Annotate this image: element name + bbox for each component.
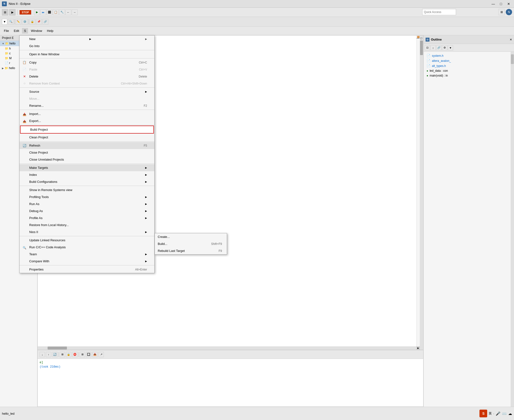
ctx-item-move[interactable]: Move... [20, 95, 154, 102]
ctx-item-run-as[interactable]: Run As ▶ [20, 201, 154, 208]
editor-maximize[interactable]: □ [421, 37, 422, 40]
ctx-item-build-project[interactable]: Build Project [20, 126, 154, 134]
outline-close-icon[interactable]: ✕ [510, 38, 512, 41]
submenu-item-rebuild[interactable]: Rebuild Last Target F9 [155, 247, 227, 254]
profile-icon[interactable]: N [506, 9, 512, 15]
ctx-item-make-targets[interactable]: Make Targets ▶ [20, 164, 154, 171]
status-dot-icon: · [493, 412, 494, 415]
ctx-item-debug-as[interactable]: Debug As ▶ [20, 208, 154, 214]
ctx-item-openwindow[interactable]: Open in New Window [20, 51, 154, 58]
ctx-item-compare-with[interactable]: Compare With ▶ [20, 258, 154, 265]
outline-item-leddata[interactable]: ● led_data : con [425, 68, 513, 73]
outline-scrollbar-thumb[interactable] [511, 54, 514, 64]
scrollbar-thumb-v[interactable] [420, 41, 423, 55]
ctx-item-remote-systems[interactable]: Show in Remote Systems view [20, 187, 154, 194]
menu-edit[interactable]: Edit [12, 28, 21, 34]
submenu-item-build[interactable]: Build... Shift+F9 [155, 240, 227, 247]
menu-window[interactable]: Window [29, 28, 44, 34]
menu-help[interactable]: Help [45, 28, 55, 34]
toolbar-btn-7[interactable]: → [72, 9, 77, 15]
outline-scrollbar[interactable] [511, 52, 514, 407]
ctx-item-update-linked[interactable]: Update Linked Resources [20, 237, 154, 244]
toolbar-btn-3[interactable]: ⬛ [47, 9, 53, 15]
ctx-item-delete[interactable]: ✕ Delete Delete [20, 73, 154, 80]
toolbar2-dropdown[interactable]: ▼ [2, 19, 7, 25]
toolbar-icon-1[interactable]: ⊞ [2, 9, 8, 15]
toolbar2-btn-2[interactable]: ✏️ [15, 19, 21, 25]
ctx-item-team[interactable]: Team ▶ [20, 251, 154, 258]
minimize-button[interactable]: — [490, 0, 497, 7]
toolbar-icon-2[interactable]: ▶ [9, 9, 15, 15]
submenu-item-create[interactable]: Create... [155, 233, 227, 240]
toolbar2-btn-5[interactable]: 📌 [36, 19, 42, 25]
toolbar-btn-6[interactable]: ← [65, 9, 71, 15]
outline-item-main[interactable]: ● main(void) : in [425, 73, 513, 78]
console-btn-10[interactable]: ↗ [98, 352, 104, 357]
toolbar2-btn-6[interactable]: 🔗 [43, 19, 48, 25]
outline-btn-5[interactable]: ▼ [448, 45, 453, 51]
toolbar-btn-5[interactable]: 🔧 [59, 9, 65, 15]
menu-file[interactable]: File [2, 28, 11, 34]
outline-label-leddata: led_data : con [430, 69, 448, 72]
toolbar2-btn-1[interactable]: 🔍 [8, 19, 14, 25]
console-btn-3[interactable]: 🔄 [52, 352, 58, 357]
ctx-item-code-analysis[interactable]: 🔍 Run C/C++ Code Analysis [20, 244, 154, 251]
ctx-item-restore-history[interactable]: Restore from Local History... [20, 221, 154, 228]
ctx-item-paste[interactable]: 📄 Paste Ctrl+V [20, 66, 154, 73]
outline-btn-4[interactable]: ⚙ [442, 45, 447, 51]
toolbar-btn-step[interactable]: ⏭ [40, 9, 46, 15]
editor-scrollbar-v[interactable] [420, 36, 423, 350]
toolbar2-btn-3[interactable]: ⚙️ [22, 19, 28, 25]
ctx-item-properties[interactable]: Properties Alt+Enter [20, 266, 154, 273]
console-btn-1[interactable]: ↓ [40, 352, 45, 357]
stop-button[interactable]: STOP [20, 10, 31, 15]
ctx-item-rename[interactable]: Rename... F2 [20, 102, 154, 109]
ctx-item-close-project[interactable]: Close Project [20, 149, 154, 156]
ctx-item-build-configs[interactable]: Build Configurations ▶ [20, 178, 154, 185]
outline-btn-3[interactable]: 🔗 [436, 45, 442, 51]
editor-minimize[interactable]: — [417, 37, 420, 40]
ctx-item-import[interactable]: 📥 Import... [20, 110, 154, 117]
outline-item-alttypes[interactable]: 📄 alt_types.h [425, 63, 513, 68]
ctx-item-profile-as[interactable]: Profile As ▶ [20, 214, 154, 221]
console-btn-8[interactable]: 🔲 [86, 352, 91, 357]
ctx-item-index[interactable]: Index ▶ [20, 171, 154, 178]
ctx-item-close-unrelated[interactable]: Close Unrelated Projects [20, 156, 154, 163]
outline-btn-2[interactable]: ↕ [431, 45, 436, 51]
ctx-item-source[interactable]: Source ▶ [20, 88, 154, 95]
perspective-icon[interactable]: ⊞ [499, 9, 505, 15]
ctx-item-clean-project[interactable]: Clean Project [20, 134, 154, 141]
console-btn-7[interactable]: ⊞ [80, 352, 85, 357]
scrollbar-thumb-h[interactable] [48, 347, 67, 350]
outline-item-system[interactable]: 📄 system.h [425, 53, 513, 58]
console-btn-6[interactable]: ⛔ [72, 352, 77, 357]
ctx-item-new[interactable]: New ▶ [20, 36, 154, 43]
outline-item-altera[interactable]: 📄 altera_avalon_ [425, 58, 513, 63]
ctx-item-export[interactable]: 📤 Export... [20, 117, 154, 124]
status-cloud-icon[interactable]: ☁ [508, 411, 512, 416]
maximize-button[interactable]: □ [498, 0, 504, 7]
ctx-item-nios[interactable]: Nios II ▶ [20, 228, 154, 235]
menu-source[interactable]: S [22, 28, 28, 34]
outline-btn-1[interactable]: ⊡ [425, 45, 430, 51]
scroll-right-arrow[interactable]: ▶ [416, 346, 420, 350]
console-btn-9[interactable]: 📤 [92, 352, 98, 357]
status-icon-1[interactable]: S [479, 410, 487, 417]
toolbar2-btn-4[interactable]: 🔒 [30, 19, 35, 25]
quick-access-input[interactable] [422, 9, 456, 15]
toolbar-btn-4[interactable]: 📋 [53, 9, 59, 15]
console-btn-5[interactable]: 🔒 [66, 352, 71, 357]
ctx-item-gointo[interactable]: Go Into [20, 43, 154, 50]
editor-scrollbar-h[interactable]: ▶ [38, 346, 420, 350]
console-btn-4[interactable]: ⊞ [60, 352, 65, 357]
ctx-item-profiling[interactable]: Profiling Tools ▶ [20, 194, 154, 201]
toolbar-btn-play[interactable]: ▶ [34, 9, 40, 15]
status-mic-icon[interactable]: 🎤 [496, 411, 500, 416]
console-btn-2[interactable]: ↑ [46, 352, 51, 357]
ctx-item-removectx[interactable]: ⊖ Remove from Context Ctrl+Alt+Shift+Dow… [20, 80, 154, 87]
status-keyboard-icon[interactable]: ⌨️ [502, 411, 507, 416]
ctx-item-copy[interactable]: 📋 Copy Ctrl+C [20, 59, 154, 66]
close-button[interactable]: ✕ [505, 0, 512, 7]
ctx-item-refresh[interactable]: 🔄 Refresh F5 [20, 142, 154, 149]
editor-right-indicators [416, 36, 420, 346]
